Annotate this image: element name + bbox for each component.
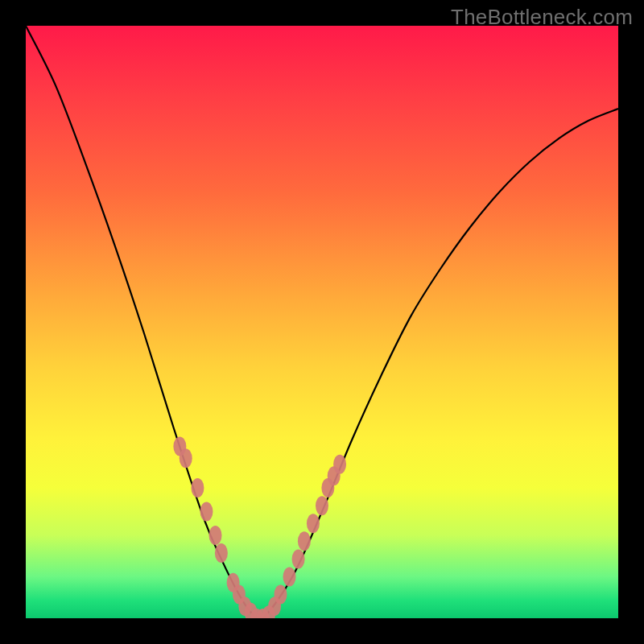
curve-marker [307,514,320,533]
plot-area [26,26,618,618]
curve-marker [298,531,311,551]
curve-marker [333,455,346,474]
chart-frame: TheBottleneck.com [0,0,644,644]
curve-marker [316,496,328,515]
curve-marker [180,448,192,468]
curve-marker [215,543,228,563]
curve-marker [209,526,222,545]
curve-marker [200,502,213,522]
marker-group [173,437,346,618]
curve-marker [274,585,287,605]
curve-marker [191,478,204,497]
curve-marker [283,567,296,586]
curve-marker [292,549,305,568]
curve-svg [26,26,618,618]
watermark-text: TheBottleneck.com [451,5,633,30]
bottleneck-curve [26,26,618,618]
